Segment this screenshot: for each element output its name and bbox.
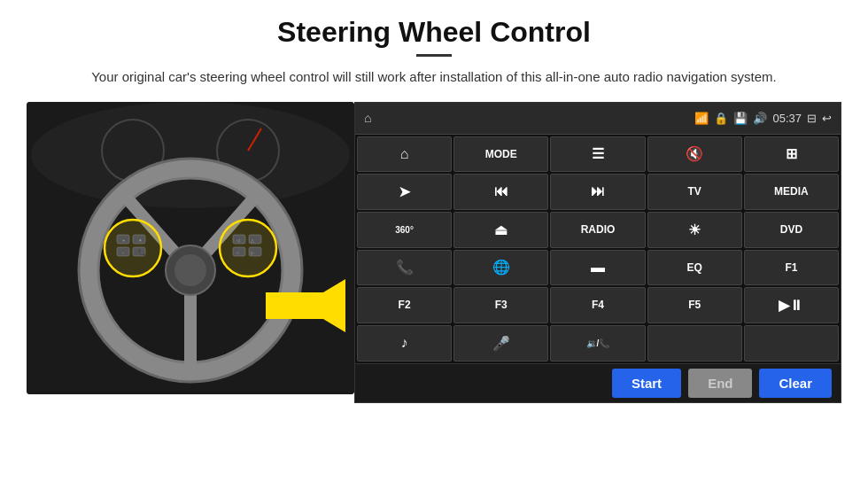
content-area: + ☀ - 📞 ◁ △ ○ ▷ — [27, 102, 841, 403]
btn-f3[interactable]: F3 — [453, 287, 548, 323]
btn-phone[interactable]: 📞 — [357, 250, 452, 286]
btn-playpause[interactable]: ▶⏸ — [744, 287, 839, 323]
svg-text:📞: 📞 — [138, 248, 146, 256]
btn-window[interactable]: ▬ — [550, 250, 645, 286]
btn-apps[interactable]: ⊞ — [744, 136, 839, 173]
status-bar-left: ⌂ — [364, 111, 371, 125]
btn-empty1 — [647, 325, 742, 362]
btn-prev[interactable]: ⏮ — [453, 174, 548, 210]
svg-text:○: ○ — [236, 250, 239, 255]
back-icon: ↩ — [822, 112, 832, 125]
page-container: Steering Wheel Control Your original car… — [0, 0, 868, 482]
btn-music[interactable]: ♪ — [357, 325, 452, 362]
wifi-icon: 📶 — [694, 112, 709, 125]
subtitle: Your original car's steering wheel contr… — [91, 67, 777, 88]
svg-text:▷: ▷ — [251, 250, 254, 255]
svg-text:+: + — [122, 237, 126, 243]
svg-point-1 — [31, 102, 350, 208]
home-icon[interactable]: ⌂ — [364, 111, 371, 125]
btn-nav[interactable]: ⌂ — [357, 136, 452, 173]
svg-rect-32 — [266, 292, 345, 319]
btn-internet[interactable]: 🌐 — [453, 250, 548, 286]
btn-brightness[interactable]: ☀ — [647, 212, 742, 248]
status-bar-right: 📶 🔒 💾 🔊 05:37 ⊟ ↩ — [694, 112, 832, 125]
sd-icon: 💾 — [733, 112, 748, 125]
clear-button[interactable]: Clear — [759, 369, 832, 398]
bluetooth-icon: 🔊 — [753, 112, 767, 125]
btn-empty2 — [744, 325, 839, 362]
end-button[interactable]: End — [688, 369, 752, 398]
btn-send[interactable]: ➤ — [357, 174, 452, 210]
lock-icon: 🔒 — [714, 112, 728, 125]
status-bar: ⌂ 📶 🔒 💾 🔊 05:37 ⊟ ↩ — [355, 103, 841, 135]
btn-360[interactable]: 360° — [357, 212, 452, 248]
buttons-grid: ⌂ MODE ☰ 🔇 ⊞ ➤ ⏮ ⏭ TV MEDIA 360° ⏏ RADIO… — [355, 135, 841, 363]
title-divider — [416, 54, 452, 57]
btn-mic[interactable]: 🎤 — [453, 325, 548, 362]
steering-wheel-image: + ☀ - 📞 ◁ △ ○ ▷ — [27, 102, 354, 394]
btn-eject[interactable]: ⏏ — [453, 212, 548, 248]
start-button[interactable]: Start — [612, 369, 681, 398]
bottom-row: Start End Clear — [355, 363, 841, 402]
btn-dvd[interactable]: DVD — [744, 212, 839, 248]
svg-text:△: △ — [251, 237, 254, 243]
btn-next[interactable]: ⏭ — [550, 174, 645, 210]
btn-f2[interactable]: F2 — [357, 287, 452, 323]
btn-f1[interactable]: F1 — [744, 250, 839, 286]
btn-radio[interactable]: RADIO — [550, 212, 645, 248]
btn-f4[interactable]: F4 — [550, 287, 645, 323]
svg-point-12 — [174, 254, 206, 286]
btn-eq[interactable]: EQ — [647, 250, 742, 286]
svg-text:-: - — [122, 250, 124, 255]
btn-mute[interactable]: 🔇 — [647, 136, 742, 173]
svg-text:◁: ◁ — [236, 237, 240, 243]
clock: 05:37 — [772, 112, 802, 125]
btn-f5[interactable]: F5 — [647, 287, 742, 323]
btn-tv[interactable]: TV — [647, 174, 742, 210]
control-panel: ⌂ 📶 🔒 💾 🔊 05:37 ⊟ ↩ ⌂ MODE ☰ 🔇 — [354, 102, 841, 403]
btn-list[interactable]: ☰ — [550, 136, 645, 173]
screen-icon: ⊟ — [807, 112, 817, 125]
btn-media[interactable]: MEDIA — [744, 174, 839, 210]
svg-point-22 — [220, 220, 276, 276]
btn-mode[interactable]: MODE — [453, 136, 548, 173]
page-title: Steering Wheel Control — [277, 16, 591, 49]
btn-vol[interactable]: 🔉/📞 — [550, 325, 645, 362]
